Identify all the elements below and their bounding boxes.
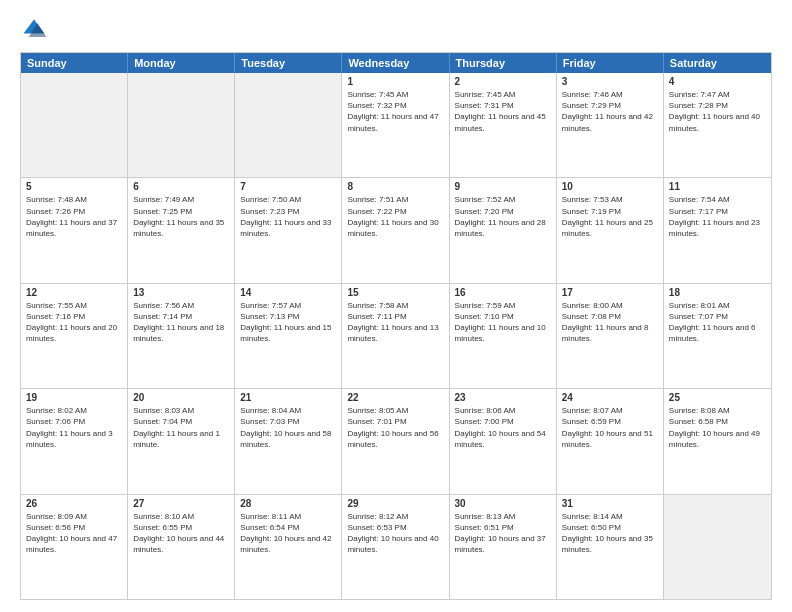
calendar-cell: 3Sunrise: 7:46 AM Sunset: 7:29 PM Daylig… bbox=[557, 73, 664, 177]
calendar-row-5: 26Sunrise: 8:09 AM Sunset: 6:56 PM Dayli… bbox=[21, 494, 771, 599]
cell-info: Sunrise: 8:00 AM Sunset: 7:08 PM Dayligh… bbox=[562, 300, 658, 345]
day-number: 6 bbox=[133, 181, 229, 192]
cell-info: Sunrise: 7:47 AM Sunset: 7:28 PM Dayligh… bbox=[669, 89, 766, 134]
day-number: 21 bbox=[240, 392, 336, 403]
day-number: 12 bbox=[26, 287, 122, 298]
header-day-tuesday: Tuesday bbox=[235, 53, 342, 73]
day-number: 19 bbox=[26, 392, 122, 403]
calendar-row-4: 19Sunrise: 8:02 AM Sunset: 7:06 PM Dayli… bbox=[21, 388, 771, 493]
header-day-wednesday: Wednesday bbox=[342, 53, 449, 73]
day-number: 5 bbox=[26, 181, 122, 192]
day-number: 28 bbox=[240, 498, 336, 509]
cell-info: Sunrise: 8:08 AM Sunset: 6:58 PM Dayligh… bbox=[669, 405, 766, 450]
day-number: 1 bbox=[347, 76, 443, 87]
cell-info: Sunrise: 7:48 AM Sunset: 7:26 PM Dayligh… bbox=[26, 194, 122, 239]
page: SundayMondayTuesdayWednesdayThursdayFrid… bbox=[0, 0, 792, 612]
calendar-cell: 6Sunrise: 7:49 AM Sunset: 7:25 PM Daylig… bbox=[128, 178, 235, 282]
calendar-cell: 20Sunrise: 8:03 AM Sunset: 7:04 PM Dayli… bbox=[128, 389, 235, 493]
cell-info: Sunrise: 7:49 AM Sunset: 7:25 PM Dayligh… bbox=[133, 194, 229, 239]
cell-info: Sunrise: 7:51 AM Sunset: 7:22 PM Dayligh… bbox=[347, 194, 443, 239]
day-number: 26 bbox=[26, 498, 122, 509]
calendar-cell: 26Sunrise: 8:09 AM Sunset: 6:56 PM Dayli… bbox=[21, 495, 128, 599]
day-number: 10 bbox=[562, 181, 658, 192]
calendar-cell: 27Sunrise: 8:10 AM Sunset: 6:55 PM Dayli… bbox=[128, 495, 235, 599]
cell-info: Sunrise: 7:52 AM Sunset: 7:20 PM Dayligh… bbox=[455, 194, 551, 239]
cell-info: Sunrise: 7:50 AM Sunset: 7:23 PM Dayligh… bbox=[240, 194, 336, 239]
cell-info: Sunrise: 8:13 AM Sunset: 6:51 PM Dayligh… bbox=[455, 511, 551, 556]
cell-info: Sunrise: 7:59 AM Sunset: 7:10 PM Dayligh… bbox=[455, 300, 551, 345]
cell-info: Sunrise: 7:45 AM Sunset: 7:32 PM Dayligh… bbox=[347, 89, 443, 134]
calendar-body: 1Sunrise: 7:45 AM Sunset: 7:32 PM Daylig… bbox=[21, 73, 771, 599]
cell-info: Sunrise: 7:58 AM Sunset: 7:11 PM Dayligh… bbox=[347, 300, 443, 345]
calendar-cell: 14Sunrise: 7:57 AM Sunset: 7:13 PM Dayli… bbox=[235, 284, 342, 388]
logo-icon bbox=[20, 16, 48, 44]
cell-info: Sunrise: 8:03 AM Sunset: 7:04 PM Dayligh… bbox=[133, 405, 229, 450]
calendar-cell: 10Sunrise: 7:53 AM Sunset: 7:19 PM Dayli… bbox=[557, 178, 664, 282]
day-number: 11 bbox=[669, 181, 766, 192]
cell-info: Sunrise: 7:55 AM Sunset: 7:16 PM Dayligh… bbox=[26, 300, 122, 345]
calendar-cell: 8Sunrise: 7:51 AM Sunset: 7:22 PM Daylig… bbox=[342, 178, 449, 282]
calendar-cell: 2Sunrise: 7:45 AM Sunset: 7:31 PM Daylig… bbox=[450, 73, 557, 177]
cell-info: Sunrise: 7:46 AM Sunset: 7:29 PM Dayligh… bbox=[562, 89, 658, 134]
calendar-row-2: 5Sunrise: 7:48 AM Sunset: 7:26 PM Daylig… bbox=[21, 177, 771, 282]
day-number: 23 bbox=[455, 392, 551, 403]
cell-info: Sunrise: 8:09 AM Sunset: 6:56 PM Dayligh… bbox=[26, 511, 122, 556]
calendar-cell: 15Sunrise: 7:58 AM Sunset: 7:11 PM Dayli… bbox=[342, 284, 449, 388]
cell-info: Sunrise: 8:10 AM Sunset: 6:55 PM Dayligh… bbox=[133, 511, 229, 556]
calendar-header: SundayMondayTuesdayWednesdayThursdayFrid… bbox=[21, 53, 771, 73]
calendar-cell: 1Sunrise: 7:45 AM Sunset: 7:32 PM Daylig… bbox=[342, 73, 449, 177]
header-day-monday: Monday bbox=[128, 53, 235, 73]
calendar-cell bbox=[664, 495, 771, 599]
day-number: 20 bbox=[133, 392, 229, 403]
day-number: 7 bbox=[240, 181, 336, 192]
day-number: 8 bbox=[347, 181, 443, 192]
calendar-cell: 13Sunrise: 7:56 AM Sunset: 7:14 PM Dayli… bbox=[128, 284, 235, 388]
cell-info: Sunrise: 7:45 AM Sunset: 7:31 PM Dayligh… bbox=[455, 89, 551, 134]
day-number: 30 bbox=[455, 498, 551, 509]
day-number: 29 bbox=[347, 498, 443, 509]
day-number: 25 bbox=[669, 392, 766, 403]
day-number: 31 bbox=[562, 498, 658, 509]
header-day-saturday: Saturday bbox=[664, 53, 771, 73]
calendar-cell: 21Sunrise: 8:04 AM Sunset: 7:03 PM Dayli… bbox=[235, 389, 342, 493]
cell-info: Sunrise: 8:06 AM Sunset: 7:00 PM Dayligh… bbox=[455, 405, 551, 450]
calendar-cell: 5Sunrise: 7:48 AM Sunset: 7:26 PM Daylig… bbox=[21, 178, 128, 282]
day-number: 2 bbox=[455, 76, 551, 87]
day-number: 16 bbox=[455, 287, 551, 298]
calendar-cell: 28Sunrise: 8:11 AM Sunset: 6:54 PM Dayli… bbox=[235, 495, 342, 599]
calendar-cell: 9Sunrise: 7:52 AM Sunset: 7:20 PM Daylig… bbox=[450, 178, 557, 282]
cell-info: Sunrise: 7:57 AM Sunset: 7:13 PM Dayligh… bbox=[240, 300, 336, 345]
day-number: 4 bbox=[669, 76, 766, 87]
cell-info: Sunrise: 8:04 AM Sunset: 7:03 PM Dayligh… bbox=[240, 405, 336, 450]
calendar-cell: 4Sunrise: 7:47 AM Sunset: 7:28 PM Daylig… bbox=[664, 73, 771, 177]
header bbox=[20, 16, 772, 44]
calendar-cell: 19Sunrise: 8:02 AM Sunset: 7:06 PM Dayli… bbox=[21, 389, 128, 493]
header-day-sunday: Sunday bbox=[21, 53, 128, 73]
calendar: SundayMondayTuesdayWednesdayThursdayFrid… bbox=[20, 52, 772, 600]
day-number: 27 bbox=[133, 498, 229, 509]
day-number: 13 bbox=[133, 287, 229, 298]
calendar-cell: 31Sunrise: 8:14 AM Sunset: 6:50 PM Dayli… bbox=[557, 495, 664, 599]
day-number: 14 bbox=[240, 287, 336, 298]
cell-info: Sunrise: 8:14 AM Sunset: 6:50 PM Dayligh… bbox=[562, 511, 658, 556]
calendar-row-1: 1Sunrise: 7:45 AM Sunset: 7:32 PM Daylig… bbox=[21, 73, 771, 177]
cell-info: Sunrise: 8:05 AM Sunset: 7:01 PM Dayligh… bbox=[347, 405, 443, 450]
calendar-cell bbox=[21, 73, 128, 177]
calendar-row-3: 12Sunrise: 7:55 AM Sunset: 7:16 PM Dayli… bbox=[21, 283, 771, 388]
calendar-cell: 17Sunrise: 8:00 AM Sunset: 7:08 PM Dayli… bbox=[557, 284, 664, 388]
day-number: 22 bbox=[347, 392, 443, 403]
calendar-cell: 29Sunrise: 8:12 AM Sunset: 6:53 PM Dayli… bbox=[342, 495, 449, 599]
calendar-cell: 7Sunrise: 7:50 AM Sunset: 7:23 PM Daylig… bbox=[235, 178, 342, 282]
cell-info: Sunrise: 7:54 AM Sunset: 7:17 PM Dayligh… bbox=[669, 194, 766, 239]
cell-info: Sunrise: 7:56 AM Sunset: 7:14 PM Dayligh… bbox=[133, 300, 229, 345]
calendar-cell bbox=[128, 73, 235, 177]
cell-info: Sunrise: 8:12 AM Sunset: 6:53 PM Dayligh… bbox=[347, 511, 443, 556]
day-number: 17 bbox=[562, 287, 658, 298]
day-number: 15 bbox=[347, 287, 443, 298]
header-day-friday: Friday bbox=[557, 53, 664, 73]
header-day-thursday: Thursday bbox=[450, 53, 557, 73]
day-number: 24 bbox=[562, 392, 658, 403]
calendar-cell: 24Sunrise: 8:07 AM Sunset: 6:59 PM Dayli… bbox=[557, 389, 664, 493]
cell-info: Sunrise: 8:11 AM Sunset: 6:54 PM Dayligh… bbox=[240, 511, 336, 556]
calendar-cell: 16Sunrise: 7:59 AM Sunset: 7:10 PM Dayli… bbox=[450, 284, 557, 388]
